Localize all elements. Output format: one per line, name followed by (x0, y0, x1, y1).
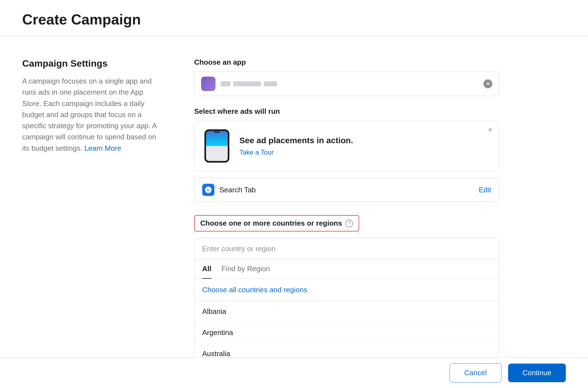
footer-bar: Cancel Continue (0, 357, 588, 388)
tab-all[interactable]: All (202, 259, 211, 279)
take-a-tour-link[interactable]: Take a Tour (239, 148, 274, 156)
countries-label-box: Choose one or more countries or regions … (194, 215, 359, 231)
banner-text-area: See ad placements in action. Take a Tour (239, 136, 489, 156)
app-store-icon (202, 184, 214, 196)
continue-button[interactable]: Continue (508, 364, 566, 382)
edit-placement-button[interactable]: Edit (479, 186, 491, 194)
right-panel: Choose an app ✕ Select where ads will ru… (194, 58, 499, 388)
page-title: Create Campaign (22, 11, 566, 28)
placement-label: Select where ads will run (194, 107, 499, 116)
list-item[interactable]: Albania (194, 301, 499, 322)
app-selector[interactable]: ✕ (194, 72, 499, 96)
country-search-input[interactable] (194, 238, 499, 259)
countries-help-icon[interactable]: ? (345, 220, 353, 227)
cancel-button[interactable]: Cancel (450, 363, 501, 382)
placeholder-bar-1 (220, 81, 230, 86)
countries-label-wrapper: Choose one or more countries or regions … (194, 215, 499, 231)
placement-banner: See ad placements in action. Take a Tour… (194, 121, 499, 171)
list-item[interactable]: Argentina (194, 322, 499, 343)
app-name-placeholder (220, 81, 483, 86)
app-store-svg (204, 186, 212, 194)
placeholder-bar-2 (233, 81, 261, 86)
banner-heading: See ad placements in action. (239, 136, 489, 145)
search-tab-row: Search Tab Edit (194, 178, 499, 202)
left-panel: Campaign Settings A campaign focuses on … (22, 58, 161, 388)
campaign-settings-heading: Campaign Settings (22, 58, 161, 69)
tab-find-by-region[interactable]: Find by Region (221, 259, 270, 279)
campaign-description: A campaign focuses on a single app and r… (22, 75, 161, 154)
main-content: Campaign Settings A campaign focuses on … (0, 36, 588, 388)
country-tabs-row: All Find by Region (194, 259, 499, 279)
learn-more-link[interactable]: Learn More (84, 144, 121, 152)
phone-screen (206, 131, 228, 161)
countries-label-text: Choose one or more countries or regions (200, 219, 342, 228)
choose-all-countries-link[interactable]: Choose all countries and regions (194, 279, 499, 301)
phone-mockup (204, 129, 229, 163)
app-icon (201, 77, 216, 91)
phone-notch (214, 132, 220, 133)
choose-app-label: Choose an app (194, 58, 499, 67)
placeholder-bar-3 (264, 81, 277, 86)
banner-close-button[interactable]: × (488, 126, 492, 134)
search-tab-label: Search Tab (219, 186, 479, 194)
page-wrapper: Create Campaign Campaign Settings A camp… (0, 0, 588, 388)
header-area: Create Campaign (0, 0, 588, 36)
clear-app-button[interactable]: ✕ (483, 79, 492, 88)
